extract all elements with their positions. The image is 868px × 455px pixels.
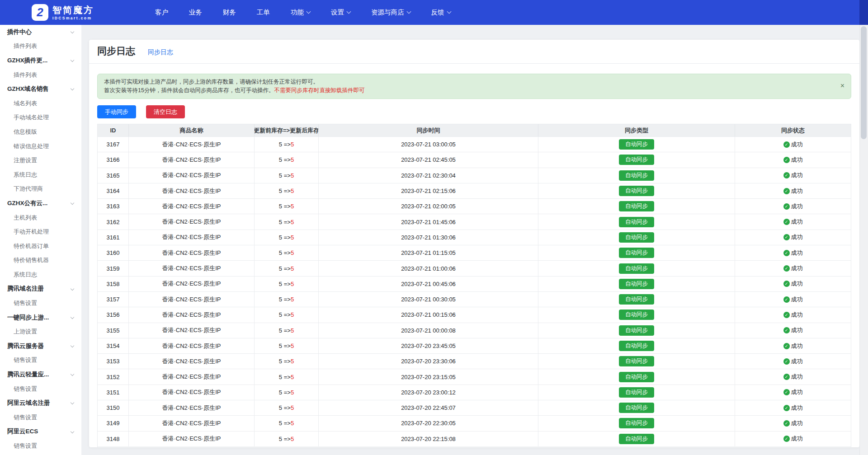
sync-type-button[interactable]: 自动同步 (619, 372, 654, 382)
chevron-down-icon (307, 9, 311, 14)
sidebar-item[interactable]: 错误信息处理 (0, 139, 81, 154)
scrollbar-thumb[interactable] (861, 26, 867, 139)
stock-after: 5 (291, 156, 294, 163)
sidebar-item[interactable]: 信息模版 (0, 125, 81, 139)
sidebar-group-header[interactable]: GZHX公有云... (0, 196, 81, 211)
sidebar-item[interactable]: 注册设置 (0, 153, 81, 168)
sync-type-button[interactable]: 自动同步 (619, 155, 654, 165)
stock-after: 5 (291, 281, 294, 287)
status-label: 成功 (791, 280, 803, 288)
nav-item[interactable]: 客户 (145, 0, 179, 25)
sync-type-button[interactable]: 自动同步 (619, 186, 654, 196)
sidebar-item[interactable]: 上游设置 (0, 324, 81, 339)
sidebar-group-header[interactable]: 阿里云域名注册 (0, 396, 81, 410)
nav-item[interactable]: 财务 (212, 0, 246, 25)
sync-type-cell: 自动同步 (538, 152, 735, 167)
sync-type-button[interactable]: 自动同步 (619, 434, 654, 444)
row-id: 3160 (98, 245, 129, 260)
sidebar-item[interactable]: 系统日志 (0, 168, 81, 182)
sync-time: 2023-07-20 23:30:06 (319, 354, 538, 369)
sidebar-group-header[interactable]: 插件中心 (0, 25, 81, 39)
sidebar-item[interactable]: 特价机器订单 (0, 239, 81, 253)
sidebar-item-label: 特价销售机器 (14, 256, 49, 264)
manual-sync-button[interactable]: 手动同步 (97, 105, 136, 118)
product-name: 香港·CN2·ECS·原生IP (129, 137, 255, 152)
sync-type-button[interactable]: 自动同步 (619, 248, 654, 258)
sidebar-item[interactable]: 销售设置 (0, 410, 81, 425)
nav-item[interactable]: 功能 (280, 0, 321, 25)
sync-type-button[interactable]: 自动同步 (619, 418, 654, 428)
sidebar-group-header[interactable]: GZHX插件更... (0, 53, 81, 68)
sidebar-item[interactable]: 域名列表 (0, 96, 81, 111)
sidebar-item[interactable]: 插件列表 (0, 68, 81, 82)
stock-after: 5 (291, 188, 294, 194)
breadcrumb[interactable]: 同步日志 (148, 48, 173, 56)
table-row: 3167 香港·CN2·ECS·原生IP 5 => 5 2023-07-21 0… (98, 136, 851, 152)
sidebar-group-header[interactable]: 腾讯云服务器 (0, 339, 81, 353)
sync-type-button[interactable]: 自动同步 (619, 341, 654, 351)
sidebar-item[interactable]: 下游代理商 (0, 182, 81, 197)
sidebar-item[interactable]: 手动域名处理 (0, 111, 81, 125)
sync-type-button[interactable]: 自动同步 (619, 356, 654, 366)
close-icon[interactable]: × (840, 82, 844, 89)
stock-change: 5 => 5 (255, 261, 319, 276)
status-label: 成功 (791, 264, 803, 272)
logo[interactable]: 2 智简魔方 IDCSmart.com (32, 4, 94, 21)
sidebar-item-label: 信息模版 (14, 128, 37, 136)
sync-type-button[interactable]: 自动同步 (619, 201, 654, 211)
table-row: 3151 香港·CN2·ECS·原生IP 5 => 5 2023-07-20 2… (98, 385, 851, 400)
sidebar-item[interactable]: 销售设置 (0, 382, 81, 396)
sidebar-group-header[interactable]: 腾讯域名注册 (0, 282, 81, 296)
sync-type-button[interactable]: 自动同步 (619, 294, 654, 305)
sidebar-group-header[interactable]: GZHX域名销售 (0, 82, 81, 96)
sync-type-button[interactable]: 自动同步 (619, 217, 654, 227)
sync-type-button[interactable]: 自动同步 (619, 310, 654, 320)
sync-type-button[interactable]: 自动同步 (619, 325, 654, 336)
sync-type-button[interactable]: 自动同步 (619, 263, 654, 274)
sync-type-cell: 自动同步 (538, 183, 735, 198)
sidebar-group-header[interactable]: 一键同步上游... (0, 310, 81, 325)
sidebar-item[interactable]: 主机列表 (0, 211, 81, 225)
sidebar-item-label: 特价机器订单 (14, 242, 49, 250)
chevron-down-icon (71, 87, 74, 90)
nav-item-label: 资源与商店 (371, 8, 404, 17)
sync-type-button[interactable]: 自动同步 (619, 170, 654, 181)
stock-before: 5 => (279, 342, 291, 349)
nav-item[interactable]: 业务 (179, 0, 212, 25)
sync-status: ✓成功 (735, 152, 851, 167)
sidebar-item[interactable]: 系统日志 (0, 267, 81, 282)
sync-type-button[interactable]: 自动同步 (619, 387, 654, 398)
sidebar-item[interactable]: 销售设置 (0, 439, 81, 453)
chevron-down-icon (406, 9, 411, 14)
nav-item[interactable]: 资源与商店 (361, 0, 421, 25)
sync-type-button[interactable]: 自动同步 (619, 232, 654, 243)
page-scrollbar[interactable] (859, 0, 868, 455)
stock-after: 5 (291, 296, 294, 303)
sidebar-item[interactable]: 手动开机处理 (0, 225, 81, 239)
stock-change: 5 => 5 (255, 230, 319, 245)
status-label: 成功 (791, 342, 803, 350)
divider (89, 63, 859, 64)
table-row: 3149 香港·CN2·ECS·原生IP 5 => 5 2023-07-20 2… (98, 415, 851, 431)
check-icon: ✓ (783, 358, 790, 365)
sync-type-button[interactable]: 自动同步 (619, 279, 654, 289)
sync-type-button[interactable]: 自动同步 (619, 139, 654, 150)
sync-type-cell: 自动同步 (538, 416, 735, 431)
sync-status: ✓成功 (735, 183, 851, 198)
sidebar-item[interactable]: 特价销售机器 (0, 253, 81, 268)
stock-change: 5 => 5 (255, 137, 319, 152)
sync-type-button[interactable]: 自动同步 (619, 403, 654, 413)
sidebar-group-header[interactable]: 阿里云ECS (0, 425, 81, 439)
sidebar-item[interactable]: 插件列表 (0, 39, 81, 54)
sidebar-item[interactable]: 销售设置 (0, 353, 81, 368)
chevron-down-icon (71, 201, 74, 205)
status-label: 成功 (791, 404, 803, 412)
stock-before: 5 => (279, 141, 291, 148)
sidebar-item[interactable]: 销售设置 (0, 296, 81, 310)
nav-item[interactable]: 工单 (246, 0, 280, 25)
sidebar-item-label: 销售设置 (14, 356, 37, 364)
nav-item[interactable]: 反馈 (421, 0, 461, 25)
sidebar-group-header[interactable]: 腾讯云轻量应... (0, 367, 81, 382)
nav-item[interactable]: 设置 (321, 0, 361, 25)
clear-log-button[interactable]: 清空日志 (146, 105, 185, 118)
